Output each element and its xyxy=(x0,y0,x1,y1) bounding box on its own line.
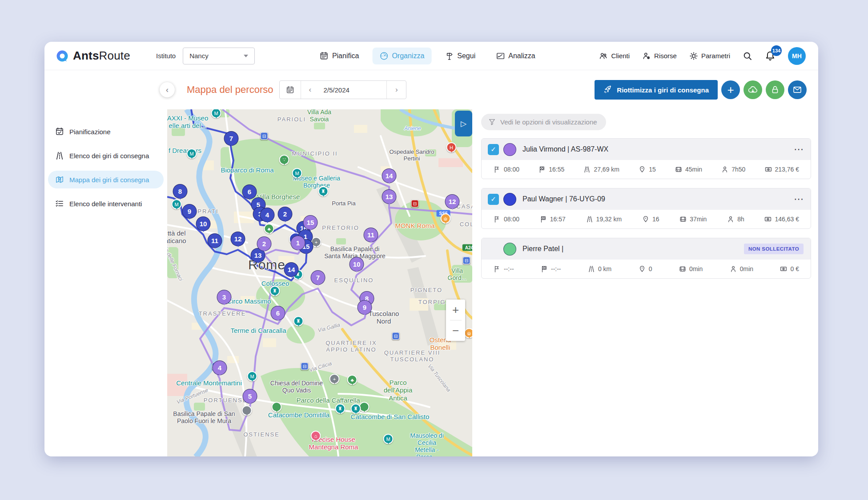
stat-duration: 8h xyxy=(727,216,744,223)
expand-panel-button[interactable]: ▷ xyxy=(455,111,472,136)
dot-poi-icon xyxy=(272,402,282,412)
stop-marker-julia-5[interactable]: 5 xyxy=(243,389,257,404)
stop-marker-paul-2[interactable]: 2 xyxy=(278,207,293,221)
stop-marker-paul-10[interactable]: 10 xyxy=(196,216,211,231)
routes-panel: Vedi le opzioni di visualizzazione ✓ Jul… xyxy=(472,109,818,456)
route-card-paul: ✓ Paul Wagner | 76-UYG-09 ⋯ 08:00 16:57 … xyxy=(481,188,811,229)
brand-name: AntsRoute xyxy=(73,49,130,63)
sidebar-item-pianificazione[interactable]: Pianificazione xyxy=(48,123,164,140)
road-icon xyxy=(583,166,591,173)
next-day-button[interactable]: › xyxy=(386,81,406,99)
route-card-pierre: Pierre Patel | NON SOLLECITATO --:-- --:… xyxy=(481,238,811,279)
istituto-group: Istituto Nancy xyxy=(156,48,255,64)
zoom-in-button[interactable]: + xyxy=(446,300,465,320)
stop-marker-paul-4[interactable]: 4 xyxy=(260,208,275,222)
stop-marker-julia-12[interactable]: 12 xyxy=(445,194,460,209)
stop-marker-julia-2[interactable]: 2 xyxy=(257,236,272,251)
stat-start-time: 08:00 xyxy=(494,216,519,223)
back-button[interactable]: ‹ xyxy=(160,82,175,97)
tab-organizza[interactable]: Organizza xyxy=(372,48,431,64)
castle-poi-icon: ♜ xyxy=(293,316,304,326)
map-pin-icon xyxy=(55,175,64,184)
stop-marker-julia-13[interactable]: 13 xyxy=(382,189,397,204)
sidebar-item-elenco-giri[interactable]: Elenco dei giri di consegna xyxy=(48,147,164,164)
tab-pianifica[interactable]: Pianifica xyxy=(313,48,366,64)
tab-segui[interactable]: Segui xyxy=(438,48,482,64)
notifications-button[interactable]: 134 xyxy=(765,51,776,61)
stop-marker-julia-3[interactable]: 3 xyxy=(217,290,232,304)
tab-analizza[interactable]: Analizza xyxy=(489,48,542,64)
stat-distance: 0 km xyxy=(588,265,611,272)
tram-poi-icon: ⊟ xyxy=(411,200,419,208)
train-poi-icon: ⊟ xyxy=(463,257,470,264)
flag-icon xyxy=(494,216,501,223)
prev-day-button[interactable]: ‹ xyxy=(301,81,319,99)
brand-logo-icon xyxy=(56,49,69,63)
route-card-julia: ✓ Julia Virmond | AS-987-WX ⋯ 08:00 16:5… xyxy=(481,138,811,179)
gear-icon xyxy=(689,52,698,60)
map-header: ‹ Mappa del percorso ‹ 2/5/2024 › Riotti… xyxy=(167,70,818,109)
stop-marker-paul-9[interactable]: 9 xyxy=(182,204,197,219)
navbar-right: Clienti Risorse Parametri 134 MH xyxy=(599,47,807,65)
cloud-sync-button[interactable] xyxy=(743,80,762,99)
stat-stops: 0 xyxy=(639,265,652,272)
route-card-header: ✓ Julia Virmond | AS-987-WX ⋯ xyxy=(482,139,811,160)
train-poi-icon: ⊟ xyxy=(261,132,268,140)
zoom-out-button[interactable]: − xyxy=(446,320,465,341)
stop-marker-paul-6[interactable]: 6 xyxy=(242,184,257,199)
road-icon xyxy=(55,151,64,160)
sidebar-item-elenco-intervenanti[interactable]: Elenco delle intervenanti xyxy=(48,195,164,212)
checkered-flag-icon xyxy=(540,216,547,223)
checkered-flag-icon xyxy=(538,166,546,173)
stat-drive-time: 0min xyxy=(679,265,703,272)
istituto-select[interactable]: Nancy xyxy=(183,48,255,64)
stop-marker-julia-1[interactable]: 1 xyxy=(291,236,305,250)
avatar[interactable]: MH xyxy=(788,47,806,65)
stop-marker-julia-10[interactable]: 10 xyxy=(350,257,364,272)
nav-risorse[interactable]: Risorse xyxy=(642,52,677,60)
stop-marker-julia-9[interactable]: 9 xyxy=(358,300,372,315)
sidebar-item-mappa-giri[interactable]: Mappa dei giri di consegna xyxy=(48,171,164,188)
lock-button[interactable] xyxy=(766,80,784,99)
stop-marker-julia-14[interactable]: 14 xyxy=(382,168,397,183)
route-map[interactable]: ▷ + − AXXI - Museo elle arti del...f Dre… xyxy=(167,109,472,456)
optimize-routes-button[interactable]: Riottimizza i giri di consegna xyxy=(595,80,718,100)
stop-marker-paul-8[interactable]: 8 xyxy=(173,184,188,199)
stop-marker-paul-7[interactable]: 7 xyxy=(224,131,239,146)
stop-marker-paul-11[interactable]: 11 xyxy=(208,233,222,248)
train-poi-icon: ⊟ xyxy=(392,332,400,340)
add-button[interactable]: + xyxy=(721,80,740,99)
app-window: AntsRoute Istituto Nancy Pianifica Organ… xyxy=(44,42,818,456)
van-icon xyxy=(679,265,686,272)
nav-clienti[interactable]: Clienti xyxy=(599,52,630,60)
route-stats: 08:00 16:57 19,32 km 16 37min 8h 146,63 … xyxy=(482,210,811,228)
van-icon xyxy=(675,166,682,173)
mail-button[interactable] xyxy=(788,80,807,99)
search-button[interactable] xyxy=(743,51,752,61)
route-checkbox[interactable]: ✓ xyxy=(488,144,499,155)
calendar-button[interactable] xyxy=(280,81,301,99)
food-poi-icon: ψ xyxy=(464,328,473,338)
stop-marker-julia-7[interactable]: 7 xyxy=(311,270,326,285)
museum-poi-icon: M xyxy=(247,371,257,381)
museum-poi-icon: M xyxy=(187,148,197,159)
museum-poi-icon: M xyxy=(292,168,302,178)
signpost-icon xyxy=(445,52,454,60)
stat-cost: 146,63 € xyxy=(764,216,799,223)
stop-marker-julia-6[interactable]: 6 xyxy=(271,306,285,320)
stop-marker-julia-15[interactable]: 15 xyxy=(303,215,318,230)
display-options-button[interactable]: Vedi le opzioni di visualizzazione xyxy=(481,114,606,130)
stop-marker-paul-12[interactable]: 12 xyxy=(231,232,245,246)
route-checkbox[interactable]: ✓ xyxy=(488,194,499,205)
nav-parametri[interactable]: Parametri xyxy=(689,52,730,60)
stat-start-time: 08:00 xyxy=(494,166,519,173)
route-card-header: ✓ Paul Wagner | 76-UYG-09 ⋯ xyxy=(482,188,811,210)
stat-drive-time: 45min xyxy=(675,166,702,173)
map-pin-icon xyxy=(639,166,646,173)
people-icon xyxy=(599,52,608,60)
stop-marker-paul-14[interactable]: 14 xyxy=(284,262,299,277)
stop-marker-julia-4[interactable]: 4 xyxy=(213,360,227,375)
route-stats: 08:00 16:55 27,69 km 15 45min 7h50 213,7… xyxy=(482,160,811,179)
brand-logo[interactable]: AntsRoute xyxy=(56,49,130,63)
stop-marker-julia-11[interactable]: 11 xyxy=(364,228,378,242)
